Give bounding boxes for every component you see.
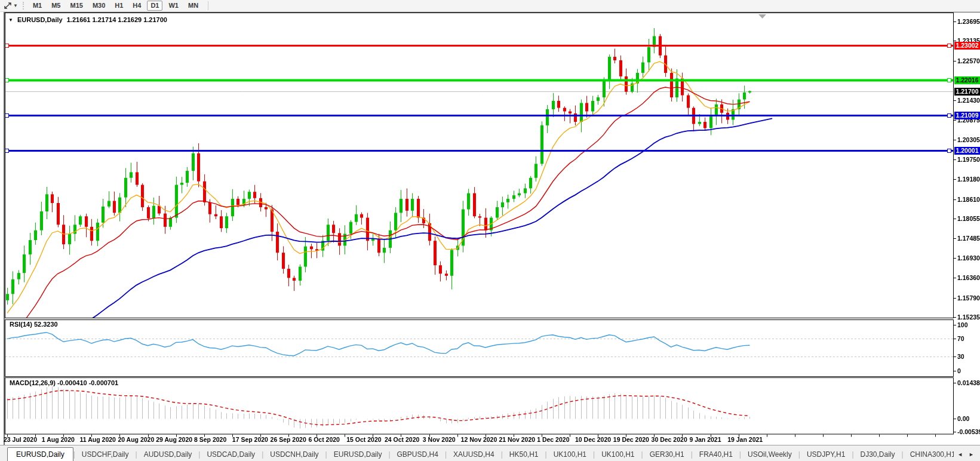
date-axis-label: 11 Aug 2020	[80, 436, 116, 443]
chart-title: ▼ EURUSD,Daily 1.21661 1.21714 1.21629 1…	[8, 16, 167, 23]
dropdown-arrow-icon[interactable]: ▼	[13, 3, 18, 8]
chart-tab-gbpusd-h4[interactable]: GBPUSD,H4	[391, 448, 445, 461]
chart-tab-usoil-weekly[interactable]: USOil,Weekly	[741, 448, 798, 461]
macd-axis-label: 0.014384	[957, 379, 980, 386]
timeframe-button-h1[interactable]: H1	[111, 1, 127, 11]
timeframe-button-w1[interactable]: W1	[165, 1, 182, 11]
date-axis-label: 8 Sep 2020	[194, 436, 226, 443]
rsi-axis-label: 70	[957, 335, 964, 342]
timeframe-button-group: M1M5M15M30H1H4D1W1MN	[28, 1, 203, 11]
chart-tab-dj30-daily[interactable]: DJ30,Daily	[854, 448, 902, 461]
date-axis-label: 26 Sep 2020	[271, 436, 306, 443]
hline-price-label: 1.21009	[954, 112, 980, 119]
date-axis-label: 30 Dec 2020	[652, 436, 687, 443]
date-axis-label: 1 Aug 2020	[42, 436, 75, 443]
date-axis-label: 15 Oct 2020	[346, 436, 381, 443]
date-axis-label: 20 Aug 2020	[118, 436, 154, 443]
timeframe-button-h4[interactable]: H4	[129, 1, 145, 11]
chart-canvas[interactable]	[0, 0, 980, 461]
price-axis-tick-label: 1.20305	[957, 136, 980, 143]
chart-tab-audusd-daily[interactable]: AUDUSD,Daily	[137, 448, 199, 461]
price-axis-tick-label: 1.19750	[957, 156, 980, 163]
price-axis-tick-label: 1.21430	[957, 97, 980, 104]
rsi-indicator-label: RSI(14) 52.3230	[10, 321, 58, 328]
top-toolbar: ▼ M1M5M15M30H1H4D1W1MN	[0, 0, 980, 12]
date-axis-label: 9 Jan 2021	[689, 436, 721, 443]
macd-axis-label: 0.00	[957, 415, 969, 422]
chart-tab-bar: EURUSD,Daily|USDCHF,Daily|AUDUSD,Daily|U…	[0, 445, 980, 461]
chart-cursor-icon[interactable]	[2, 1, 13, 11]
price-axis-tick-label: 1.15235	[957, 314, 980, 321]
timeframe-button-d1[interactable]: D1	[147, 1, 162, 11]
timeframe-button-mn[interactable]: MN	[185, 1, 202, 11]
chart-tab-fra40-h1[interactable]: FRA40,H1	[693, 448, 739, 461]
date-axis-label: 12 Nov 2020	[461, 436, 497, 443]
price-axis-tick-label: 1.18055	[957, 215, 980, 222]
rsi-axis-label: 30	[957, 353, 964, 360]
date-axis-label: 6 Oct 2020	[308, 436, 340, 443]
date-axis-label: 19 Jan 2021	[727, 436, 763, 443]
date-axis-label: 29 Aug 2020	[156, 436, 192, 443]
timeframe-button-m30[interactable]: M30	[89, 1, 109, 11]
chart-tab-ger30-h1[interactable]: GER30,H1	[643, 448, 691, 461]
chart-tab-china300-h1[interactable]: CHINA300,H1	[904, 448, 954, 461]
date-axis-label: 3 Nov 2020	[423, 436, 456, 443]
hline-price-label: 1.23002	[954, 42, 980, 50]
price-axis-tick-label: 1.23695	[957, 18, 980, 25]
tab-scroll-left-icon[interactable]: ◄	[957, 451, 963, 457]
rsi-axis-label: 0	[957, 367, 961, 374]
price-axis-tick-label: 1.16360	[957, 274, 980, 281]
date-axis-label: 17 Sep 2020	[232, 436, 268, 443]
price-axis-tick-label: 1.18610	[957, 196, 980, 203]
date-axis-label: 1 Dec 2020	[537, 436, 569, 443]
chart-tab-eurusd-daily[interactable]: EURUSD,Daily	[7, 447, 73, 461]
price-axis-tick-label: 1.17485	[957, 235, 980, 242]
price-axis-tick-label: 1.16930	[957, 254, 980, 262]
chart-tab-usdcad-daily[interactable]: USDCAD,Daily	[200, 448, 262, 461]
macd-axis-label: -0.005396	[957, 428, 980, 435]
bid-price-label: 1.21700	[954, 88, 980, 96]
date-axis-label: 24 Oct 2020	[385, 436, 419, 443]
timeframe-button-m1[interactable]: M1	[29, 1, 45, 11]
chart-tab-uk100-h1[interactable]: UK100,H1	[547, 448, 593, 461]
timeframe-button-m15[interactable]: M15	[66, 1, 86, 11]
chart-tabs: EURUSD,Daily|USDCHF,Daily|AUDUSD,Daily|U…	[7, 447, 954, 461]
date-axis-label: 10 Dec 2020	[575, 436, 611, 443]
rsi-axis-label: 100	[957, 321, 968, 328]
price-axis-tick-label: 1.15790	[957, 294, 980, 302]
chart-tab-usdchf-daily[interactable]: USDCHF,Daily	[75, 448, 136, 461]
tab-scroll-arrows: ◄ ►	[957, 451, 974, 457]
symbol-dropdown-icon: ▼	[8, 17, 13, 23]
timeframe-button-m5[interactable]: M5	[48, 1, 64, 11]
chart-symbol-label: EURUSD,Daily	[17, 16, 63, 23]
date-axis-label: 23 Jul 2020	[4, 436, 37, 443]
chart-tab-uk100-h1[interactable]: UK100,H1	[595, 448, 641, 461]
chart-tab-usdcnh-daily[interactable]: USDCNH,Daily	[263, 448, 325, 461]
date-axis-label: 19 Dec 2020	[613, 436, 649, 443]
tab-scroll-right-icon[interactable]: ►	[969, 451, 974, 457]
hline-price-label: 1.22016	[954, 76, 980, 84]
chart-ohlc-values: 1.21661 1.21714 1.21629 1.21700	[67, 16, 167, 23]
price-axis-tick-label: 1.19180	[957, 176, 980, 183]
chart-tab-usdjpy-h1[interactable]: USDJPY,H1	[800, 448, 852, 461]
price-axis-tick-label: 1.22570	[957, 57, 980, 64]
chart-tab-hk50-h1[interactable]: HK50,H1	[503, 448, 545, 461]
date-axis-label: 21 Nov 2020	[499, 436, 535, 443]
toolbar-separator	[208, 1, 208, 10]
chart-tab-eurusd-daily[interactable]: EURUSD,Daily	[327, 448, 389, 461]
chart-tab-xauusd-h4[interactable]: XAUUSD,H4	[447, 448, 501, 461]
macd-indicator-label: MACD(12,26,9) -0.000410 -0.000701	[10, 379, 118, 386]
toolbar-grip	[23, 2, 24, 10]
hline-price-label: 1.20001	[954, 147, 980, 155]
mt4-window: ▼ M1M5M15M30H1H4D1W1MN ▼ EURUSD,Daily 1.…	[0, 0, 980, 461]
